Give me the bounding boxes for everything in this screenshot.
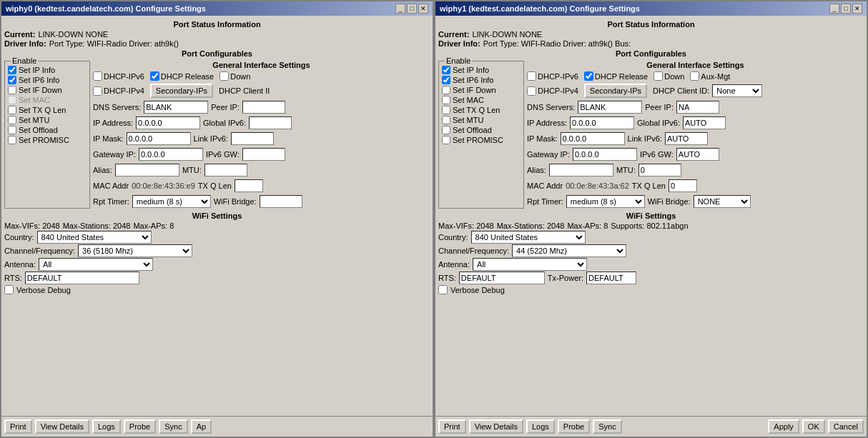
ipv6-gw-input-w1[interactable]: [676, 148, 719, 161]
cb-set-offload-input-w0[interactable]: [8, 126, 16, 134]
channel-select-w1[interactable]: 44 (5220 Mhz): [512, 244, 626, 257]
probe-btn-w1[interactable]: Probe: [558, 419, 590, 434]
rpt-timer-select-w0[interactable]: medium (8 s): [132, 195, 211, 208]
print-btn-w0[interactable]: Print: [4, 419, 32, 434]
dhcp-ipv4-cb-w1[interactable]: [527, 86, 536, 96]
dhcp-client-id-label-w1: DHCP Client ID:: [653, 86, 709, 95]
mac-addr-value-w1: 00:0e:8e:43:3a:62: [566, 181, 629, 190]
logs-btn-w0[interactable]: Logs: [92, 419, 121, 434]
cb-set-if-down-input-w1[interactable]: [442, 86, 450, 94]
ap-btn-w0[interactable]: Ap: [191, 419, 212, 434]
link-ipv6-input-w1[interactable]: [665, 132, 708, 145]
rts-input-w1[interactable]: [459, 272, 545, 284]
maximize-btn-wiphy0[interactable]: □: [407, 4, 417, 14]
cb-set-mac-input-w0[interactable]: [8, 96, 16, 104]
sync-btn-w0[interactable]: Sync: [159, 419, 187, 434]
cb-set-ip6-info-input-w1[interactable]: [442, 76, 450, 84]
cb-set-ip-info-input-w1[interactable]: [442, 66, 450, 74]
close-btn-wiphy0[interactable]: ✕: [418, 4, 428, 14]
cb-set-ip-info-input-w0[interactable]: [8, 66, 16, 74]
dhcp-row2-w0: DHCP-IPv4 Secondary-IPs DHCP Client II: [93, 84, 430, 98]
cb-set-promisc-input-w1[interactable]: [442, 136, 450, 144]
cancel-btn-w1[interactable]: Cancel: [828, 419, 864, 434]
dhcp-ipv6-cb-w1[interactable]: [527, 71, 536, 81]
tx-power-input-w1[interactable]: [586, 272, 636, 284]
cb-set-offload-input-w1[interactable]: [442, 126, 450, 134]
cb-set-if-down-input-w0[interactable]: [8, 86, 16, 94]
dhcp-release-cb-w0[interactable]: [150, 71, 159, 81]
maximize-btn-wiphy1[interactable]: □: [841, 4, 851, 14]
tx-q-len-input-w0[interactable]: [235, 179, 263, 192]
antenna-select-w1[interactable]: All: [473, 258, 587, 271]
cb-set-mac-input-w1[interactable]: [442, 96, 450, 104]
minimize-btn-wiphy0[interactable]: _: [395, 4, 405, 14]
wifi-bridge-input-w0[interactable]: [260, 195, 302, 208]
view-details-btn-w1[interactable]: View Details: [469, 419, 523, 434]
dns-input-w1[interactable]: [578, 101, 642, 114]
dhcp-client-id-select-w1[interactable]: None: [712, 84, 762, 97]
cb-set-tx-q-len-label-w1: Set TX Q Len: [453, 106, 500, 114]
dns-input-w0[interactable]: [144, 101, 208, 114]
peer-ip-input-w0[interactable]: [242, 101, 285, 114]
close-btn-wiphy1[interactable]: ✕: [852, 4, 862, 14]
ipv6-gw-input-w0[interactable]: [242, 148, 285, 161]
wifi-section-w0: WiFi Settings Max-VIFs: 2048 Max-Station…: [4, 211, 430, 294]
down-cb-w1[interactable]: [654, 71, 663, 81]
global-ipv6-input-w1[interactable]: [683, 116, 726, 129]
sync-btn-w1[interactable]: Sync: [593, 419, 621, 434]
cb-set-tx-q-len-input-w0[interactable]: [8, 106, 16, 114]
ip-addr-input-w1[interactable]: [570, 116, 634, 129]
aux-mgt-cb-w1[interactable]: [690, 71, 699, 81]
verbose-cb-w0[interactable]: [4, 285, 14, 294]
cb-set-mtu-input-w0[interactable]: [8, 116, 16, 124]
cb-set-mtu-input-w1[interactable]: [442, 116, 450, 124]
antenna-select-w0[interactable]: All: [39, 258, 153, 271]
verbose-row-w1: Verbose Debug: [438, 285, 864, 294]
gw-label-w0: Gateway IP:: [93, 150, 136, 159]
alias-input-w0[interactable]: [115, 164, 179, 176]
ok-btn-w1[interactable]: OK: [802, 419, 825, 434]
apply-btn-w1[interactable]: Apply: [768, 419, 799, 434]
ip-mask-row-w0: IP Mask: Link IPv6:: [93, 132, 430, 145]
link-ipv6-input-w0[interactable]: [231, 132, 274, 145]
enable-title-w0: Enable: [11, 56, 38, 65]
global-ipv6-input-w0[interactable]: [249, 116, 292, 129]
current-label-w0: Current:: [4, 30, 35, 39]
channel-select-w0[interactable]: 36 (5180 Mhz): [78, 244, 192, 257]
rpt-timer-select-w1[interactable]: medium (8 s): [566, 195, 645, 208]
cb-set-promisc-input-w0[interactable]: [8, 136, 16, 144]
gw-input-w1[interactable]: [573, 148, 637, 161]
mtu-input-w1[interactable]: [638, 164, 681, 176]
print-btn-w1[interactable]: Print: [438, 419, 466, 434]
mtu-input-w0[interactable]: [204, 164, 247, 176]
logs-btn-w1[interactable]: Logs: [526, 419, 555, 434]
probe-btn-w0[interactable]: Probe: [124, 419, 156, 434]
view-details-btn-w0[interactable]: View Details: [35, 419, 89, 434]
ip-addr-input-w0[interactable]: [136, 116, 200, 129]
rts-label-w1: RTS:: [438, 274, 456, 282]
tx-q-len-label-w1: TX Q Len: [632, 181, 666, 190]
dhcp-release-cb-w1[interactable]: [584, 71, 593, 81]
dhcp-ipv6-cb-w0[interactable]: [93, 71, 102, 81]
minimize-btn-wiphy1[interactable]: _: [829, 4, 839, 14]
cb-set-tx-q-len-input-w1[interactable]: [442, 106, 450, 114]
verbose-cb-w1[interactable]: [438, 285, 448, 294]
cb-set-ip6-info-input-w0[interactable]: [8, 76, 16, 84]
title-text-wiphy0: wiphy0 (kedtest.candelatech.com) Configu…: [6, 4, 206, 13]
down-label-w1: Down: [664, 72, 684, 81]
ip-mask-input-w0[interactable]: [127, 132, 191, 145]
ip-mask-input-w1[interactable]: [561, 132, 625, 145]
country-select-w0[interactable]: 840 United States: [37, 231, 152, 244]
tx-q-len-input-w1[interactable]: [669, 179, 697, 192]
gw-input-w0[interactable]: [139, 148, 203, 161]
secondary-ips-btn-w0[interactable]: Secondary-IPs: [150, 84, 213, 98]
wifi-bridge-select-w1[interactable]: NONE: [694, 195, 751, 208]
wifi-title-w0: WiFi Settings: [4, 211, 430, 220]
down-cb-w0[interactable]: [220, 71, 229, 81]
country-select-w1[interactable]: 840 United States: [471, 231, 586, 244]
secondary-ips-btn-w1[interactable]: Secondary-IPs: [584, 84, 647, 98]
dhcp-ipv4-cb-w0[interactable]: [93, 86, 102, 96]
alias-input-w1[interactable]: [549, 164, 613, 176]
rts-input-w0[interactable]: [25, 272, 139, 284]
peer-ip-input-w1[interactable]: [676, 101, 719, 114]
